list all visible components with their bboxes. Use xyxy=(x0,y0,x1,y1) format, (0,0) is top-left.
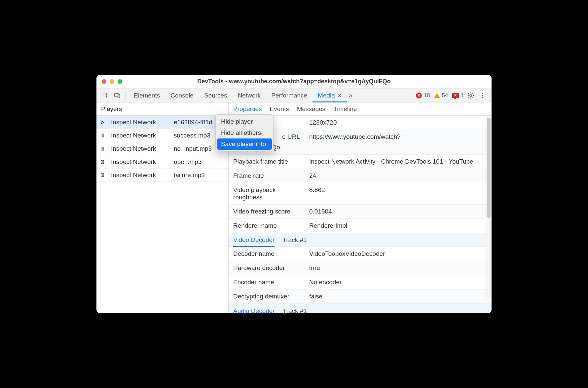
ctx-hide-player[interactable]: Hide player xyxy=(217,116,272,127)
scrollbar-thumb[interactable] xyxy=(487,118,491,218)
prop-row: Video playback roughness 8.862 xyxy=(229,183,492,205)
svg-rect-9 xyxy=(103,134,104,137)
body-split: Players Inspect Network e162ff94-f81d In… xyxy=(96,102,492,313)
errors-count: 18 xyxy=(424,92,430,99)
section-tab-video-decoder[interactable]: Video Decoder xyxy=(233,233,275,247)
player-list: Inspect Network e162ff94-f81d Inspect Ne… xyxy=(96,116,228,182)
pause-icon xyxy=(96,129,108,142)
section-tab-label: Audio Decoder xyxy=(233,307,275,314)
tab-media[interactable]: Media × xyxy=(312,89,347,102)
close-window-button[interactable] xyxy=(102,79,106,84)
warnings-counter[interactable]: 54 xyxy=(434,92,448,99)
prop-key: Renderer name xyxy=(229,219,305,233)
tab-label: Sources xyxy=(204,92,227,99)
prop-row: Video freezing score 0.01504 xyxy=(229,205,492,219)
prop-value: No encoder xyxy=(305,275,492,289)
settings-icon[interactable] xyxy=(467,92,474,99)
player-file: open.mp3 xyxy=(171,158,228,166)
svg-rect-11 xyxy=(103,147,104,150)
warnings-count: 54 xyxy=(442,92,448,99)
tab-label: Performance xyxy=(271,92,307,99)
player-label: Inspect Network xyxy=(108,155,171,168)
inspect-element-icon[interactable] xyxy=(102,92,109,99)
player-label: Inspect Network xyxy=(108,142,171,155)
player-row[interactable]: Inspect Network e162ff94-f81d xyxy=(96,116,228,129)
tab-label: Network xyxy=(238,92,261,99)
player-row[interactable]: Inspect Network failure.mp3 xyxy=(96,169,228,182)
section-tab-track[interactable]: Track #1 xyxy=(282,233,307,247)
main-toolbar: Elements Console Sources Network Perform… xyxy=(96,89,492,102)
ctx-hide-others[interactable]: Hide all others xyxy=(217,127,272,138)
more-tabs-icon[interactable]: » xyxy=(347,92,354,99)
player-label: Inspect Network xyxy=(108,116,171,129)
errors-counter[interactable]: ✕ 18 xyxy=(416,92,430,99)
audio-decoder-section: Audio Decoder Track #1 xyxy=(229,304,492,313)
player-row[interactable]: Inspect Network open.mp3 xyxy=(96,155,228,169)
svg-point-3 xyxy=(470,95,472,97)
svg-rect-10 xyxy=(101,147,102,150)
prop-row-frame-title: Playback frame title Inspect Network Act… xyxy=(229,155,492,169)
tab-label: Elements xyxy=(134,92,160,99)
section-tab-label: Track #1 xyxy=(283,307,307,314)
panel-tabs: Elements Console Sources Network Perform… xyxy=(129,89,354,102)
maximize-window-button[interactable] xyxy=(118,79,122,84)
ctx-save-player-info[interactable]: Save player info xyxy=(217,138,272,150)
prop-value: 0.01504 xyxy=(305,205,492,218)
tab-elements[interactable]: Elements xyxy=(129,89,165,102)
prop-key: Frame rate xyxy=(229,169,305,183)
subtab-messages[interactable]: Messages xyxy=(297,102,326,116)
player-row[interactable]: Inspect Network no_input.mp3 xyxy=(96,142,228,155)
players-header: Players xyxy=(96,102,228,116)
tab-sources[interactable]: Sources xyxy=(199,89,233,102)
ctx-label: Hide player xyxy=(221,118,253,125)
prop-value: 8.862 xyxy=(305,183,492,204)
section-tab-label: Video Decoder xyxy=(233,236,275,244)
tab-performance[interactable]: Performance xyxy=(266,89,312,102)
section-tab-audio-decoder[interactable]: Audio Decoder xyxy=(233,304,275,314)
prop-value: VideoTooboxVideoDecoder xyxy=(305,247,492,261)
detail-subtabs: Properties Events Messages Timeline xyxy=(229,102,492,116)
players-sidebar: Players Inspect Network e162ff94-f81d In… xyxy=(96,102,229,313)
play-icon xyxy=(96,116,108,129)
pause-icon xyxy=(96,169,108,181)
svg-rect-13 xyxy=(103,160,104,163)
video-decoder-section: Video Decoder Track #1 xyxy=(229,233,492,247)
player-row[interactable]: Inspect Network success.mp3 xyxy=(96,129,228,142)
prop-key: Decoder name xyxy=(229,247,305,261)
prop-key-text: e URL xyxy=(282,133,300,140)
prop-value: false xyxy=(305,290,492,303)
titlebar: DevTools - www.youtube.com/watch?app=des… xyxy=(96,75,492,89)
prop-value: true xyxy=(305,261,492,275)
svg-rect-12 xyxy=(101,160,102,163)
prop-row: Decrypting demuxer false xyxy=(229,290,492,304)
tab-network[interactable]: Network xyxy=(233,89,266,102)
device-toolbar-icon[interactable] xyxy=(114,92,121,99)
window-title: DevTools - www.youtube.com/watch?app=des… xyxy=(96,78,492,85)
prop-row: Decoder name VideoTooboxVideoDecoder xyxy=(229,247,492,261)
minimize-window-button[interactable] xyxy=(110,79,114,84)
issues-counter[interactable]: ✕ 1 xyxy=(452,92,464,99)
player-label: Inspect Network xyxy=(108,169,171,181)
prop-row: Encoder name No encoder xyxy=(229,275,492,290)
svg-point-5 xyxy=(482,95,483,96)
subtab-events[interactable]: Events xyxy=(270,102,289,116)
subtab-label: Timeline xyxy=(333,105,357,113)
section-tab-label: Track #1 xyxy=(282,236,307,244)
prop-row: Hardware decoder true xyxy=(229,261,492,275)
close-tab-icon[interactable]: × xyxy=(338,92,342,99)
subtab-properties[interactable]: Properties xyxy=(233,102,262,116)
subtab-timeline[interactable]: Timeline xyxy=(333,102,357,116)
prop-value: 24 xyxy=(305,169,492,183)
player-context-menu: Hide player Hide all others Save player … xyxy=(215,114,274,151)
prop-row: Renderer name RendererImpl xyxy=(229,219,492,233)
svg-rect-2 xyxy=(118,94,120,97)
svg-rect-15 xyxy=(103,174,104,176)
vertical-scrollbar[interactable] xyxy=(486,116,492,298)
subtab-label: Events xyxy=(270,105,289,113)
pause-icon xyxy=(96,155,108,168)
prop-key: Video playback roughness xyxy=(229,183,305,204)
ctx-label: Hide all others xyxy=(221,129,261,136)
kebab-menu-icon[interactable] xyxy=(479,92,486,99)
section-tab-track[interactable]: Track #1 xyxy=(283,304,307,314)
tab-console[interactable]: Console xyxy=(165,89,199,102)
